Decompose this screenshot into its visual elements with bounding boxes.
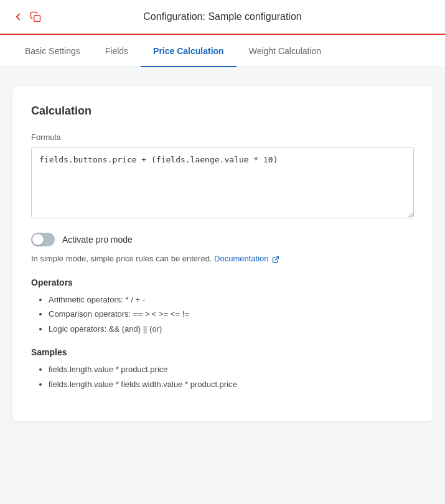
documentation-label: Documentation [214,254,268,263]
list-item: Logic operators: && (and) || (or) [49,323,414,335]
copy-icon [30,11,41,22]
list-item: Arithmetic operators: * / + - [49,294,414,306]
samples-title: Samples [31,347,414,357]
main-content: Calculation Formula Activate pro mode In… [0,67,445,440]
samples-list: fields.length.value * product.price fiel… [31,363,414,390]
card-title: Calculation [31,105,414,118]
back-button[interactable] [12,11,41,22]
operators-list: Arithmetic operators: * / + - Comparison… [31,294,414,335]
formula-label: Formula [31,133,414,142]
svg-rect-0 [34,16,40,22]
list-item: fields.length.value * fields.width.value… [49,378,414,391]
toggle-label: Activate pro mode [62,235,133,245]
tab-weight-calculation[interactable]: Weight Calculation [237,35,334,67]
page-title: Configuration: Sample configuration [143,11,301,22]
tab-fields[interactable]: Fields [93,35,141,67]
header: Configuration: Sample configuration [0,0,445,35]
external-link-icon [272,256,279,263]
calculation-card: Calculation Formula Activate pro mode In… [12,86,433,421]
list-item: Comparison operators: == > < >= <= != [49,308,414,320]
help-text-content: In simple mode, simple price rules can b… [31,254,212,263]
toggle-row: Activate pro mode [31,233,414,246]
formula-group: Formula [31,133,414,220]
list-item: fields.length.value * product.price [49,363,414,376]
pro-mode-toggle[interactable] [31,233,55,246]
documentation-link[interactable]: Documentation [214,254,279,263]
tab-basic-settings[interactable]: Basic Settings [12,35,93,67]
tabs-bar: Basic Settings Fields Price Calculation … [0,35,445,67]
svg-line-1 [275,256,279,260]
chevron-left-icon [12,11,24,22]
formula-textarea[interactable] [31,147,414,218]
tab-price-calculation[interactable]: Price Calculation [141,35,237,67]
operators-title: Operators [31,278,414,287]
help-text: In simple mode, simple price rules can b… [31,253,414,265]
